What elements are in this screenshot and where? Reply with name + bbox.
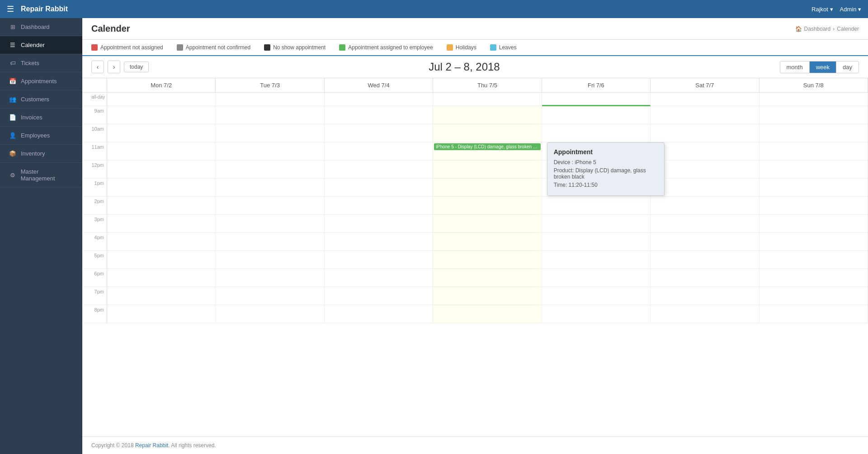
cell-5pm-sat[interactable] <box>651 251 759 269</box>
cell-4pm-sun[interactable] <box>760 233 868 251</box>
cell-4pm-thu[interactable] <box>433 233 542 251</box>
sidebar-item-appointments[interactable]: 📅 Appointments <box>0 72 82 90</box>
day-view-button[interactable]: day <box>836 61 859 73</box>
cell-10am-sat[interactable] <box>651 124 759 142</box>
cell-11am-thu[interactable]: iPhone 5 - Display (LCD) damage, glass b… <box>433 142 542 161</box>
cell-4pm-mon[interactable] <box>107 233 216 251</box>
cell-1pm-mon[interactable] <box>107 179 216 197</box>
cell-6pm-thu[interactable] <box>433 269 542 287</box>
cell-2pm-wed[interactable] <box>325 197 433 215</box>
cell-6pm-mon[interactable] <box>107 269 216 287</box>
cell-10am-thu[interactable] <box>433 124 542 142</box>
footer-brand-link[interactable]: Repair Rabbit. <box>135 442 170 449</box>
sidebar-item-customers[interactable]: 👥 Customers <box>0 90 82 109</box>
cell-9am-mon[interactable] <box>107 106 216 124</box>
cell-8pm-mon[interactable] <box>107 305 216 323</box>
cell-12pm-tue[interactable] <box>216 161 324 179</box>
cell-9am-sat[interactable] <box>651 106 759 124</box>
cell-2pm-sun[interactable] <box>760 197 868 215</box>
cell-9am-wed[interactable] <box>325 106 433 124</box>
cell-7pm-tue[interactable] <box>216 287 324 305</box>
cell-5pm-wed[interactable] <box>325 251 433 269</box>
cell-6pm-wed[interactable] <box>325 269 433 287</box>
cell-7pm-sat[interactable] <box>651 287 759 305</box>
cell-11am-sun[interactable] <box>760 142 868 161</box>
cell-3pm-wed[interactable] <box>325 215 433 233</box>
cell-6pm-fri[interactable] <box>542 269 651 287</box>
cell-7pm-mon[interactable] <box>107 287 216 305</box>
cell-5pm-mon[interactable] <box>107 251 216 269</box>
cell-7pm-sun[interactable] <box>760 287 868 305</box>
cell-8pm-fri[interactable] <box>542 305 651 323</box>
cell-3pm-mon[interactable] <box>107 215 216 233</box>
cell-7pm-fri[interactable] <box>542 287 651 305</box>
cell-12pm-thu[interactable] <box>433 161 542 179</box>
cell-2pm-mon[interactable] <box>107 197 216 215</box>
cell-8pm-thu[interactable] <box>433 305 542 323</box>
cell-1pm-thu[interactable] <box>433 179 542 197</box>
cell-10am-sun[interactable] <box>760 124 868 142</box>
cell-3pm-thu[interactable] <box>433 215 542 233</box>
cell-3pm-sat[interactable] <box>651 215 759 233</box>
cell-11am-wed[interactable] <box>325 142 433 161</box>
cell-12pm-sat[interactable] <box>651 161 759 179</box>
sidebar-item-employees[interactable]: 👤 Employees <box>0 127 82 145</box>
cell-4pm-sat[interactable] <box>651 233 759 251</box>
cell-8pm-wed[interactable] <box>325 305 433 323</box>
sidebar-item-invoices[interactable]: 📄 Invoices <box>0 109 82 127</box>
sidebar-item-calender[interactable]: ☰ Calender <box>0 36 82 54</box>
sidebar-item-tickets[interactable]: 🏷 Tickets <box>0 54 82 72</box>
cell-9am-fri[interactable] <box>542 106 651 124</box>
cell-11am-tue[interactable] <box>216 142 324 161</box>
cell-1pm-sat[interactable] <box>651 179 759 197</box>
cell-4pm-fri[interactable] <box>542 233 651 251</box>
cell-6pm-sun[interactable] <box>760 269 868 287</box>
appointment-block[interactable]: iPhone 5 - Display (LCD) damage, glass b… <box>434 143 540 150</box>
week-view-button[interactable]: week <box>810 61 836 73</box>
cell-10am-wed[interactable] <box>325 124 433 142</box>
cell-1pm-tue[interactable] <box>216 179 324 197</box>
sidebar-item-master[interactable]: ⚙ Master Management <box>0 163 82 188</box>
sidebar-item-dashboard[interactable]: ⊞ Dashboard <box>0 18 82 36</box>
sidebar-item-inventory[interactable]: 📦 Inventory <box>0 145 82 163</box>
cell-2pm-sat[interactable] <box>651 197 759 215</box>
cell-10am-tue[interactable] <box>216 124 324 142</box>
cell-10am-mon[interactable] <box>107 124 216 142</box>
cell-4pm-tue[interactable] <box>216 233 324 251</box>
cell-4pm-wed[interactable] <box>325 233 433 251</box>
cell-12pm-sun[interactable] <box>760 161 868 179</box>
cell-2pm-thu[interactable] <box>433 197 542 215</box>
cell-11am-sat[interactable] <box>651 142 759 161</box>
cell-3pm-sun[interactable] <box>760 215 868 233</box>
cell-12pm-mon[interactable] <box>107 161 216 179</box>
cell-5pm-sun[interactable] <box>760 251 868 269</box>
cell-8pm-sun[interactable] <box>760 305 868 323</box>
next-button[interactable]: › <box>108 61 120 73</box>
cell-7pm-thu[interactable] <box>433 287 542 305</box>
cell-6pm-tue[interactable] <box>216 269 324 287</box>
cell-9am-thu[interactable] <box>433 106 542 124</box>
location-selector[interactable]: Rajkot ▾ <box>811 6 833 13</box>
cell-2pm-tue[interactable] <box>216 197 324 215</box>
hamburger-icon[interactable]: ☰ <box>7 4 14 14</box>
cell-12pm-wed[interactable] <box>325 161 433 179</box>
cell-5pm-thu[interactable] <box>433 251 542 269</box>
today-button[interactable]: today <box>124 61 149 72</box>
cell-10am-fri[interactable] <box>542 124 651 142</box>
cell-5pm-tue[interactable] <box>216 251 324 269</box>
cell-9am-sun[interactable] <box>760 106 868 124</box>
cell-11am-mon[interactable] <box>107 142 216 161</box>
cell-9am-tue[interactable] <box>216 106 324 124</box>
cell-8pm-sat[interactable] <box>651 305 759 323</box>
prev-button[interactable]: ‹ <box>91 61 104 73</box>
breadcrumb-home[interactable]: Dashboard <box>804 26 831 32</box>
cell-1pm-sun[interactable] <box>760 179 868 197</box>
user-menu[interactable]: Admin ▾ <box>840 6 861 13</box>
cell-2pm-fri[interactable] <box>542 197 651 215</box>
cell-6pm-sat[interactable] <box>651 269 759 287</box>
cell-8pm-tue[interactable] <box>216 305 324 323</box>
cell-1pm-wed[interactable] <box>325 179 433 197</box>
cell-5pm-fri[interactable] <box>542 251 651 269</box>
cell-3pm-tue[interactable] <box>216 215 324 233</box>
month-view-button[interactable]: month <box>780 61 810 73</box>
